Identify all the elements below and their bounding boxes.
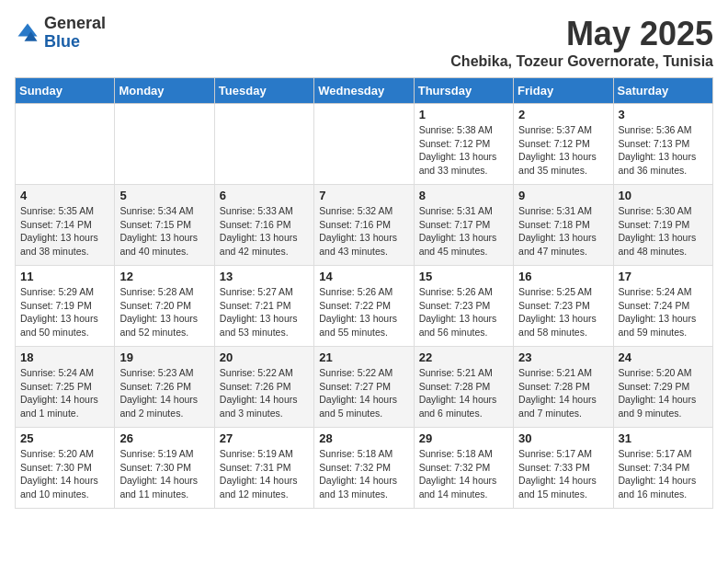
day-info: Sunrise: 5:19 AM Sunset: 7:31 PM Dayligh… <box>220 447 309 501</box>
day-info: Sunrise: 5:38 AM Sunset: 7:12 PM Dayligh… <box>419 123 508 178</box>
day-info: Sunrise: 5:17 AM Sunset: 7:34 PM Dayligh… <box>619 447 708 501</box>
calendar-table: SundayMondayTuesdayWednesdayThursdayFrid… <box>15 77 713 509</box>
day-info: Sunrise: 5:26 AM Sunset: 7:22 PM Dayligh… <box>319 285 408 339</box>
calendar-cell: 27Sunrise: 5:19 AM Sunset: 7:31 PM Dayli… <box>214 428 313 509</box>
day-number: 4 <box>20 189 109 202</box>
day-number: 25 <box>20 431 109 445</box>
logo-icon <box>15 20 40 46</box>
calendar-cell: 8Sunrise: 5:31 AM Sunset: 7:17 PM Daylig… <box>414 185 513 266</box>
calendar-cell: 25Sunrise: 5:20 AM Sunset: 7:30 PM Dayli… <box>16 428 115 509</box>
day-info: Sunrise: 5:23 AM Sunset: 7:26 PM Dayligh… <box>119 366 209 420</box>
day-info: Sunrise: 5:19 AM Sunset: 7:30 PM Dayligh… <box>119 447 209 501</box>
day-info: Sunrise: 5:21 AM Sunset: 7:28 PM Dayligh… <box>419 366 508 420</box>
logo: General Blue <box>15 15 106 52</box>
day-info: Sunrise: 5:20 AM Sunset: 7:30 PM Dayligh… <box>20 447 109 501</box>
day-number: 9 <box>518 189 608 202</box>
day-number: 23 <box>518 350 608 364</box>
weekday-monday: Monday <box>115 78 214 104</box>
calendar-cell: 7Sunrise: 5:32 AM Sunset: 7:16 PM Daylig… <box>314 185 414 266</box>
day-info: Sunrise: 5:34 AM Sunset: 7:15 PM Dayligh… <box>119 204 209 259</box>
day-info: Sunrise: 5:21 AM Sunset: 7:28 PM Dayligh… <box>518 366 608 420</box>
weekday-sunday: Sunday <box>16 78 115 104</box>
day-info: Sunrise: 5:35 AM Sunset: 7:14 PM Dayligh… <box>20 204 109 259</box>
calendar-cell: 23Sunrise: 5:21 AM Sunset: 7:28 PM Dayli… <box>514 347 613 428</box>
day-info: Sunrise: 5:32 AM Sunset: 7:16 PM Dayligh… <box>319 204 408 259</box>
day-number: 17 <box>619 270 708 283</box>
day-number: 22 <box>419 350 508 364</box>
day-number: 12 <box>119 270 209 283</box>
day-info: Sunrise: 5:22 AM Sunset: 7:26 PM Dayligh… <box>220 366 309 420</box>
week-row-4: 18Sunrise: 5:24 AM Sunset: 7:25 PM Dayli… <box>16 347 713 428</box>
weekday-saturday: Saturday <box>613 78 712 104</box>
header: General Blue May 2025 Chebika, Tozeur Go… <box>15 15 713 70</box>
day-number: 26 <box>119 431 209 445</box>
calendar-cell: 21Sunrise: 5:22 AM Sunset: 7:27 PM Dayli… <box>314 347 414 428</box>
calendar-cell: 17Sunrise: 5:24 AM Sunset: 7:24 PM Dayli… <box>613 266 712 347</box>
day-info: Sunrise: 5:28 AM Sunset: 7:20 PM Dayligh… <box>119 285 209 339</box>
calendar-cell: 14Sunrise: 5:26 AM Sunset: 7:22 PM Dayli… <box>314 266 414 347</box>
calendar-cell: 24Sunrise: 5:20 AM Sunset: 7:29 PM Dayli… <box>613 347 712 428</box>
day-number: 20 <box>220 350 309 364</box>
calendar-cell: 4Sunrise: 5:35 AM Sunset: 7:14 PM Daylig… <box>16 185 115 266</box>
svg-marker-0 <box>18 23 38 36</box>
day-number: 1 <box>419 108 508 121</box>
weekday-friday: Friday <box>514 78 613 104</box>
calendar-cell: 10Sunrise: 5:30 AM Sunset: 7:19 PM Dayli… <box>613 185 712 266</box>
calendar-cell <box>314 104 414 185</box>
day-number: 19 <box>119 350 209 364</box>
weekday-thursday: Thursday <box>414 78 513 104</box>
calendar-cell: 18Sunrise: 5:24 AM Sunset: 7:25 PM Dayli… <box>16 347 115 428</box>
week-row-1: 1Sunrise: 5:38 AM Sunset: 7:12 PM Daylig… <box>16 104 713 185</box>
calendar-cell: 12Sunrise: 5:28 AM Sunset: 7:20 PM Dayli… <box>115 266 214 347</box>
logo-blue-text: Blue <box>44 32 80 51</box>
week-row-2: 4Sunrise: 5:35 AM Sunset: 7:14 PM Daylig… <box>16 185 713 266</box>
day-number: 31 <box>619 431 708 445</box>
calendar-cell: 22Sunrise: 5:21 AM Sunset: 7:28 PM Dayli… <box>414 347 513 428</box>
day-number: 14 <box>319 270 408 283</box>
calendar-cell: 30Sunrise: 5:17 AM Sunset: 7:33 PM Dayli… <box>514 428 613 509</box>
day-number: 16 <box>518 270 608 283</box>
day-info: Sunrise: 5:37 AM Sunset: 7:12 PM Dayligh… <box>518 123 608 178</box>
calendar-cell: 31Sunrise: 5:17 AM Sunset: 7:34 PM Dayli… <box>613 428 712 509</box>
weekday-header-row: SundayMondayTuesdayWednesdayThursdayFrid… <box>16 78 713 104</box>
day-number: 10 <box>619 189 708 202</box>
day-number: 7 <box>319 189 408 202</box>
day-info: Sunrise: 5:36 AM Sunset: 7:13 PM Dayligh… <box>619 123 708 178</box>
calendar-cell <box>16 104 115 185</box>
day-number: 5 <box>119 189 209 202</box>
week-row-3: 11Sunrise: 5:29 AM Sunset: 7:19 PM Dayli… <box>16 266 713 347</box>
week-row-5: 25Sunrise: 5:20 AM Sunset: 7:30 PM Dayli… <box>16 428 713 509</box>
day-number: 27 <box>220 431 309 445</box>
title-area: May 2025 Chebika, Tozeur Governorate, Tu… <box>450 15 713 70</box>
day-info: Sunrise: 5:18 AM Sunset: 7:32 PM Dayligh… <box>319 447 408 501</box>
day-info: Sunrise: 5:18 AM Sunset: 7:32 PM Dayligh… <box>419 447 508 501</box>
day-number: 21 <box>319 350 408 364</box>
calendar-cell: 29Sunrise: 5:18 AM Sunset: 7:32 PM Dayli… <box>414 428 513 509</box>
calendar-cell: 11Sunrise: 5:29 AM Sunset: 7:19 PM Dayli… <box>16 266 115 347</box>
day-info: Sunrise: 5:33 AM Sunset: 7:16 PM Dayligh… <box>220 204 309 259</box>
location-title: Chebika, Tozeur Governorate, Tunisia <box>450 53 713 70</box>
calendar-cell: 6Sunrise: 5:33 AM Sunset: 7:16 PM Daylig… <box>214 185 313 266</box>
day-info: Sunrise: 5:31 AM Sunset: 7:18 PM Dayligh… <box>518 204 608 259</box>
day-number: 8 <box>419 189 508 202</box>
calendar-cell: 26Sunrise: 5:19 AM Sunset: 7:30 PM Dayli… <box>115 428 214 509</box>
calendar-cell: 19Sunrise: 5:23 AM Sunset: 7:26 PM Dayli… <box>115 347 214 428</box>
day-number: 2 <box>518 108 608 121</box>
calendar-cell <box>214 104 313 185</box>
logo-general-text: General <box>44 14 106 32</box>
calendar-cell: 13Sunrise: 5:27 AM Sunset: 7:21 PM Dayli… <box>214 266 313 347</box>
day-info: Sunrise: 5:27 AM Sunset: 7:21 PM Dayligh… <box>220 285 309 339</box>
calendar-cell: 16Sunrise: 5:25 AM Sunset: 7:23 PM Dayli… <box>514 266 613 347</box>
month-title: May 2025 <box>450 15 713 53</box>
day-number: 29 <box>419 431 508 445</box>
day-info: Sunrise: 5:22 AM Sunset: 7:27 PM Dayligh… <box>319 366 408 420</box>
day-info: Sunrise: 5:30 AM Sunset: 7:19 PM Dayligh… <box>619 204 708 259</box>
calendar-body: 1Sunrise: 5:38 AM Sunset: 7:12 PM Daylig… <box>16 104 713 509</box>
calendar-cell: 15Sunrise: 5:26 AM Sunset: 7:23 PM Dayli… <box>414 266 513 347</box>
day-number: 6 <box>220 189 309 202</box>
day-number: 13 <box>220 270 309 283</box>
day-number: 11 <box>20 270 109 283</box>
day-info: Sunrise: 5:24 AM Sunset: 7:25 PM Dayligh… <box>20 366 109 420</box>
day-number: 18 <box>20 350 109 364</box>
day-number: 24 <box>619 350 708 364</box>
